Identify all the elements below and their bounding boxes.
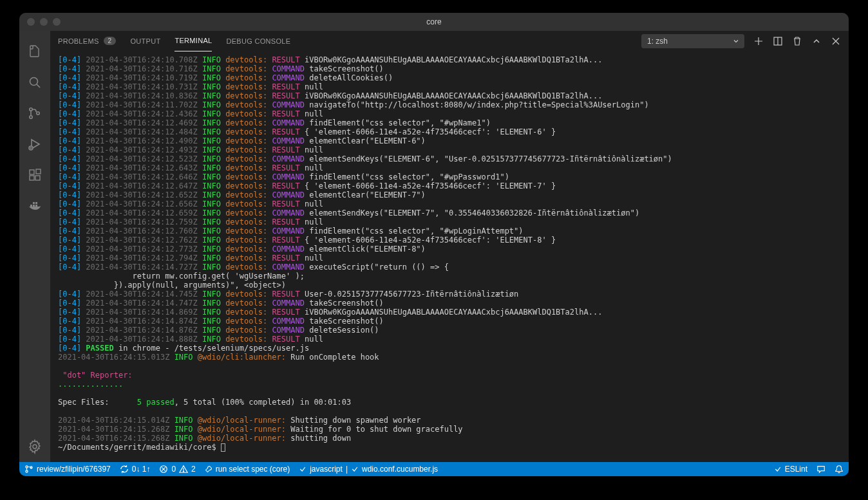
language-status[interactable]: javascript | wdio.conf.cucumber.js bbox=[299, 465, 438, 474]
svg-point-16 bbox=[33, 445, 37, 449]
minimize-window-button[interactable] bbox=[40, 18, 48, 26]
traffic-lights bbox=[27, 18, 61, 26]
svg-point-2 bbox=[30, 108, 32, 111]
git-branch-status[interactable]: review/zfilipin/676397 bbox=[24, 465, 111, 474]
branch-icon bbox=[24, 465, 33, 474]
svg-rect-14 bbox=[33, 202, 35, 204]
sync-label: 0↓ 1↑ bbox=[132, 465, 151, 474]
error-icon bbox=[159, 465, 168, 474]
check-icon bbox=[774, 465, 782, 473]
extensions-icon[interactable] bbox=[19, 160, 50, 190]
svg-rect-15 bbox=[35, 202, 37, 204]
svg-rect-11 bbox=[30, 205, 32, 207]
split-terminal-icon[interactable] bbox=[773, 36, 783, 46]
check-icon bbox=[299, 465, 307, 473]
svg-point-4 bbox=[37, 112, 39, 115]
svg-rect-10 bbox=[36, 169, 41, 174]
git-sync-status[interactable]: 0↓ 1↑ bbox=[120, 465, 151, 474]
status-bar: review/zfilipin/676397 0↓ 1↑ 0 2 run sel… bbox=[19, 462, 849, 476]
window-title: core bbox=[19, 17, 849, 26]
search-icon[interactable] bbox=[19, 67, 50, 98]
tab-problems[interactable]: PROBLEMS 2 bbox=[58, 31, 116, 51]
warning-icon bbox=[179, 465, 188, 474]
tab-terminal[interactable]: TERMINAL bbox=[175, 31, 212, 51]
feedback-icon[interactable] bbox=[816, 465, 826, 474]
chevron-down-icon bbox=[732, 37, 740, 45]
sync-icon bbox=[120, 465, 129, 474]
panel-header: PROBLEMS 2 OUTPUT TERMINAL DEBUG CONSOLE… bbox=[50, 31, 849, 51]
tab-debug-console[interactable]: DEBUG CONSOLE bbox=[226, 31, 290, 51]
close-panel-icon[interactable] bbox=[831, 36, 841, 46]
explorer-icon[interactable] bbox=[19, 36, 50, 67]
kill-terminal-icon[interactable] bbox=[792, 36, 802, 46]
separator: | bbox=[346, 465, 348, 474]
tools-icon bbox=[205, 465, 212, 473]
settings-gear-icon[interactable] bbox=[19, 431, 50, 462]
tab-output[interactable]: OUTPUT bbox=[130, 31, 160, 51]
source-control-icon[interactable] bbox=[19, 98, 50, 129]
task-label: run select spec (core) bbox=[216, 465, 290, 474]
vscode-window: core bbox=[19, 13, 849, 476]
check-icon bbox=[351, 465, 359, 473]
svg-rect-9 bbox=[35, 176, 40, 180]
error-count: 0 bbox=[171, 465, 176, 474]
run-debug-icon[interactable] bbox=[19, 129, 50, 160]
svg-point-23 bbox=[26, 466, 28, 468]
svg-rect-8 bbox=[30, 176, 34, 180]
new-terminal-icon[interactable] bbox=[753, 36, 764, 46]
svg-rect-13 bbox=[35, 205, 37, 207]
notifications-icon[interactable] bbox=[835, 465, 844, 474]
tab-problems-label: PROBLEMS bbox=[58, 37, 99, 45]
svg-rect-7 bbox=[30, 170, 34, 174]
warning-count: 2 bbox=[191, 465, 196, 474]
eslint-status[interactable]: ESLint bbox=[774, 465, 807, 474]
eslint-label: ESLint bbox=[785, 465, 807, 474]
docker-icon[interactable] bbox=[19, 190, 50, 221]
problems-badge: 2 bbox=[104, 37, 117, 45]
svg-line-1 bbox=[37, 84, 40, 88]
svg-rect-12 bbox=[33, 205, 35, 207]
svg-point-3 bbox=[30, 116, 32, 118]
close-window-button[interactable] bbox=[27, 18, 35, 26]
terminal-selector[interactable]: 1: zsh bbox=[641, 34, 744, 48]
config-label: wdio.conf.cucumber.js bbox=[362, 465, 438, 474]
language-label: javascript bbox=[310, 465, 343, 474]
terminal-output[interactable]: [0-4] 2021-04-30T16:24:10.708Z INFO devt… bbox=[50, 51, 849, 462]
zoom-window-button[interactable] bbox=[53, 18, 61, 26]
branch-label: review/zfilipin/676397 bbox=[37, 465, 111, 474]
terminal-selector-label: 1: zsh bbox=[647, 37, 668, 46]
problems-status[interactable]: 0 2 bbox=[159, 465, 195, 474]
svg-point-24 bbox=[26, 470, 28, 472]
svg-point-0 bbox=[30, 78, 38, 86]
activity-bar bbox=[19, 31, 50, 462]
svg-point-30 bbox=[183, 471, 184, 472]
collapse-panel-icon[interactable] bbox=[811, 36, 822, 46]
task-status[interactable]: run select spec (core) bbox=[205, 465, 290, 474]
titlebar: core bbox=[19, 13, 849, 31]
